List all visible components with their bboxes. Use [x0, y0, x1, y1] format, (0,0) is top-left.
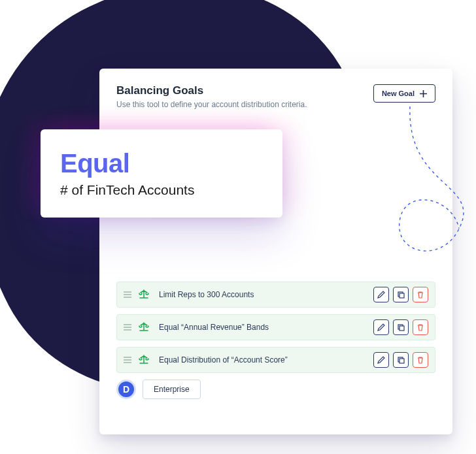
- new-goal-label: New Goal: [382, 89, 415, 97]
- delete-button[interactable]: [413, 287, 428, 302]
- edit-button[interactable]: [373, 319, 389, 335]
- drag-handle-icon[interactable]: [124, 324, 131, 331]
- copy-button[interactable]: [393, 352, 409, 368]
- trash-icon: [416, 323, 424, 331]
- copy-icon: [397, 356, 405, 364]
- goal-row: Equal “Annual Revenue” Bands: [116, 314, 435, 340]
- panel-heading-block: Balancing Goals Use this tool to define …: [116, 84, 307, 109]
- delete-button[interactable]: [413, 319, 428, 335]
- new-goal-button[interactable]: New Goal: [373, 84, 435, 103]
- goal-row: Equal Distribution of “Account Score”: [116, 347, 435, 373]
- edit-button[interactable]: [373, 352, 389, 368]
- goal-label: Equal Distribution of “Account Score”: [159, 355, 373, 365]
- overlay-card: Equal # of FinTech Accounts: [41, 129, 282, 218]
- pencil-icon: [377, 323, 385, 331]
- goals-list: Limit Reps to 300 Accounts: [116, 282, 435, 399]
- scales-icon: [138, 355, 150, 365]
- svg-rect-1: [400, 293, 404, 298]
- overlay-heading: Equal: [60, 149, 263, 178]
- svg-rect-5: [400, 359, 404, 363]
- copy-button[interactable]: [393, 319, 409, 335]
- panel-header: Balancing Goals Use this tool to define …: [116, 84, 435, 109]
- enterprise-pill[interactable]: Enterprise: [143, 380, 201, 399]
- copy-button[interactable]: [393, 287, 409, 302]
- goal-row: Limit Reps to 300 Accounts: [116, 282, 435, 308]
- pencil-icon: [377, 356, 385, 364]
- pencil-icon: [377, 291, 385, 299]
- goal-label: Equal “Annual Revenue” Bands: [159, 323, 373, 332]
- delete-button[interactable]: [413, 352, 428, 368]
- copy-icon: [397, 291, 405, 299]
- trash-icon: [416, 356, 424, 364]
- goal-label: Limit Reps to 300 Accounts: [159, 290, 373, 299]
- copy-icon: [397, 323, 405, 331]
- trash-icon: [416, 291, 424, 299]
- enterprise-row: D Enterprise: [116, 380, 435, 399]
- drag-handle-icon[interactable]: [124, 357, 131, 363]
- panel-subtitle: Use this tool to define your account dis…: [116, 100, 307, 109]
- balancing-goals-panel: Balancing Goals Use this tool to define …: [99, 69, 452, 434]
- panel-title: Balancing Goals: [116, 84, 307, 97]
- scales-icon: [138, 289, 150, 300]
- enterprise-badge: D: [116, 380, 136, 399]
- drag-handle-icon[interactable]: [124, 291, 131, 298]
- scales-icon: [138, 322, 150, 332]
- plus-icon: [420, 90, 427, 97]
- overlay-subheading: # of FinTech Accounts: [60, 182, 263, 198]
- svg-rect-3: [400, 326, 404, 331]
- edit-button[interactable]: [373, 287, 389, 302]
